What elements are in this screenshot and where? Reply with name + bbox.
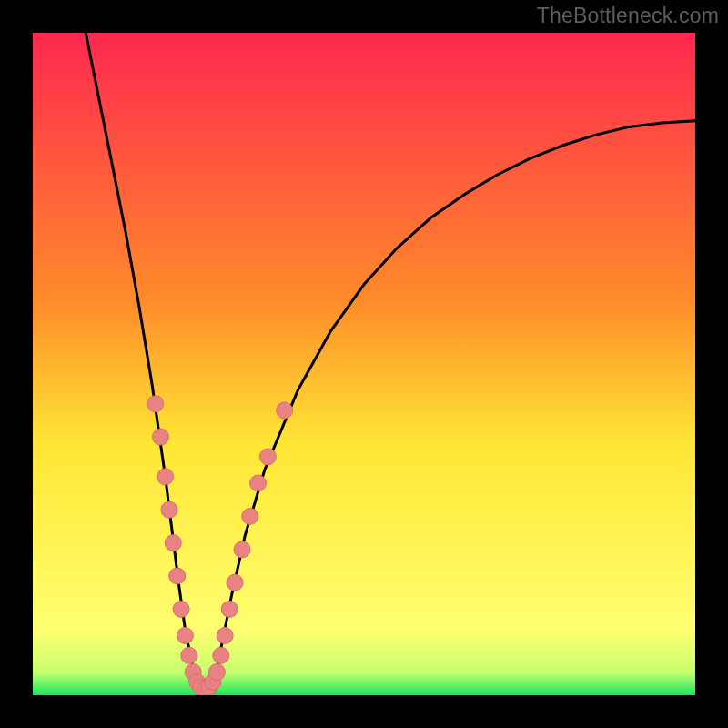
- background-gradient: [33, 33, 695, 695]
- chart-frame: TheBottleneck.com: [0, 0, 728, 728]
- svg-rect-0: [33, 33, 695, 695]
- plot-area: [33, 33, 695, 695]
- watermark-label: TheBottleneck.com: [537, 4, 719, 28]
